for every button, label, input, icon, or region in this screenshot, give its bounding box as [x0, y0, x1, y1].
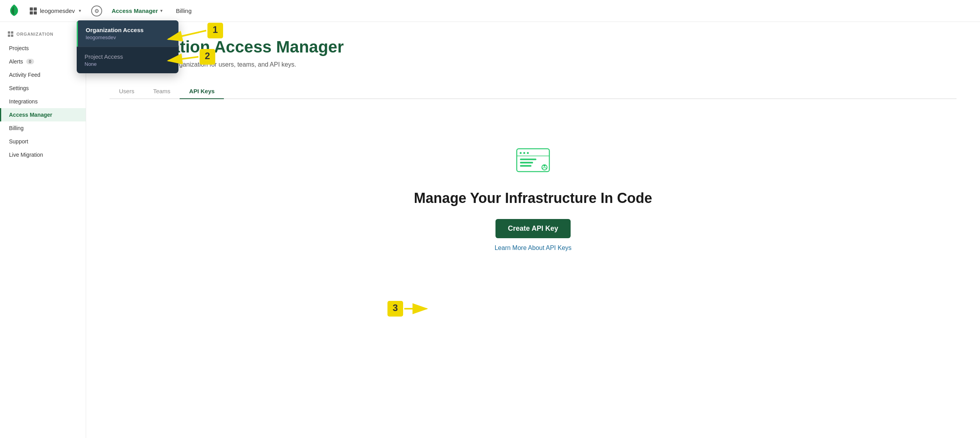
org-selector[interactable]: leogomesdev ▼	[27, 6, 85, 16]
empty-state: Manage Your Infrastructure In Code Creat…	[110, 123, 957, 275]
tab-users[interactable]: Users	[110, 84, 144, 99]
org-grid-icon	[30, 7, 37, 14]
sidebar-item-settings[interactable]: Settings	[0, 81, 86, 95]
empty-state-title: Manage Your Infrastructure In Code	[414, 190, 652, 206]
tabs: Users Teams API Keys	[110, 84, 957, 99]
dropdown-org-access-sub: leogomesdev	[86, 34, 171, 40]
svg-rect-6	[520, 162, 533, 163]
dropdown-project-access-sub: None	[85, 61, 171, 67]
alerts-badge: 0	[26, 59, 34, 64]
sidebar-item-projects[interactable]: Projects	[0, 42, 86, 55]
sidebar-section-label: ORGANIZATION	[0, 31, 86, 42]
sidebar-item-integrations[interactable]: Integrations	[0, 95, 86, 108]
app-layout: ORGANIZATION Projects Alerts 0 Activity …	[0, 22, 980, 438]
tab-api-keys[interactable]: API Keys	[180, 84, 224, 99]
sidebar-item-activity-feed[interactable]: Activity Feed	[0, 68, 86, 81]
dropdown-org-access[interactable]: Organization Access leogomesdev	[77, 20, 178, 47]
logo[interactable]	[8, 4, 20, 18]
org-name: leogomesdev	[40, 7, 75, 14]
api-key-illustration	[513, 146, 553, 177]
sidebar-item-billing[interactable]: Billing	[0, 121, 86, 135]
access-manager-chevron-icon: ▼	[160, 9, 164, 13]
create-api-key-button[interactable]: Create API Key	[495, 219, 571, 238]
sidebar-item-support[interactable]: Support	[0, 135, 86, 148]
sidebar-org-icon	[8, 31, 13, 37]
dropdown-project-access-title: Project Access	[85, 53, 171, 60]
top-nav: leogomesdev ▼ ⚙ Access Manager ▼ Billing…	[0, 0, 980, 22]
learn-more-link[interactable]: Learn More About API Keys	[495, 244, 572, 252]
org-chevron-icon: ▼	[78, 9, 82, 13]
page-subtitle: Manage access to this organization for u…	[110, 61, 957, 68]
svg-point-2	[523, 152, 525, 154]
main-content: Organization Access Manager Manage acces…	[86, 22, 980, 438]
svg-point-1	[520, 152, 522, 154]
dropdown-org-access-title: Organization Access	[86, 27, 171, 33]
dropdown-project-access[interactable]: Project Access None	[77, 47, 178, 73]
sidebar-item-access-manager[interactable]: Access Manager	[0, 108, 86, 121]
access-manager-dropdown: Organization Access leogomesdev Project …	[77, 20, 178, 73]
svg-rect-7	[520, 165, 531, 167]
billing-nav-link[interactable]: Billing	[173, 6, 195, 16]
tab-teams[interactable]: Teams	[144, 84, 180, 99]
svg-point-3	[527, 152, 529, 154]
svg-rect-5	[520, 159, 537, 160]
sidebar: ORGANIZATION Projects Alerts 0 Activity …	[0, 22, 86, 438]
access-manager-nav-link[interactable]: Access Manager ▼	[108, 6, 166, 16]
page-title: Organization Access Manager	[110, 38, 957, 56]
sidebar-item-alerts[interactable]: Alerts 0	[0, 55, 86, 68]
gear-button[interactable]: ⚙	[91, 5, 102, 16]
svg-point-9	[544, 165, 546, 167]
sidebar-item-live-migration[interactable]: Live Migration	[0, 148, 86, 161]
